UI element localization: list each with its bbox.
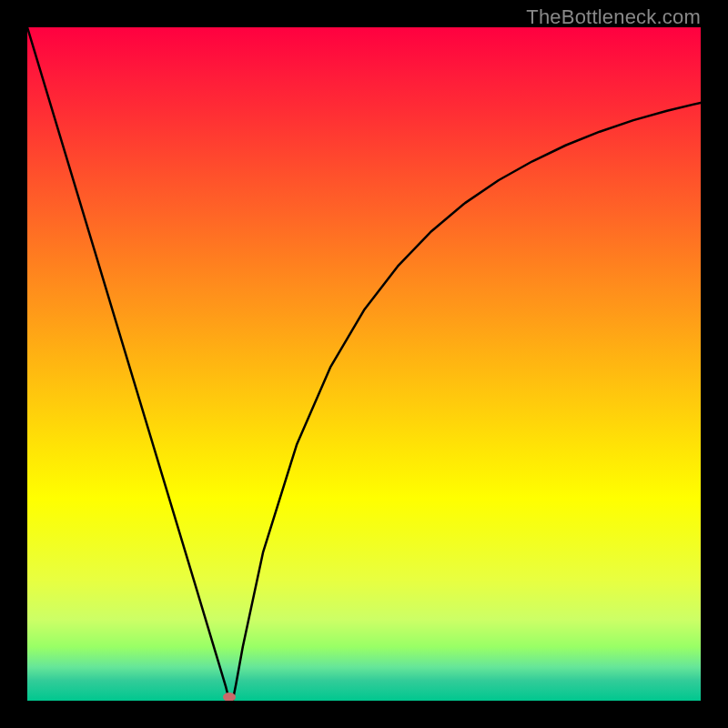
bottleneck-curve [27,27,701,701]
chart-frame: TheBottleneck.com [0,0,728,728]
curve-svg [27,27,701,701]
watermark-text: TheBottleneck.com [526,5,701,29]
plot-area [27,27,701,701]
